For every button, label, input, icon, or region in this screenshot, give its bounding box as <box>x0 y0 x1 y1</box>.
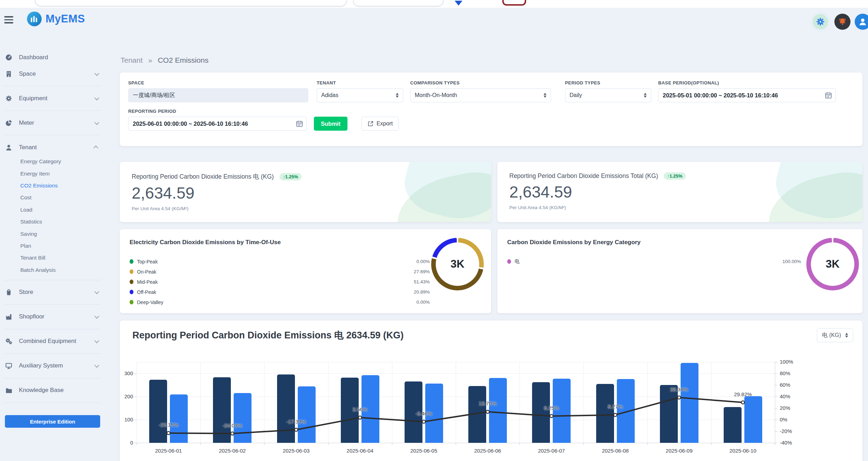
submit-button[interactable]: Submit <box>314 117 347 131</box>
gauge-icon <box>5 54 14 61</box>
factory-icon <box>5 313 14 321</box>
enterprise-edition-button[interactable]: Enterprise Edition <box>5 415 100 428</box>
legend-dot <box>130 280 133 284</box>
folder-icon <box>5 386 14 394</box>
app-logo[interactable]: MyEMS <box>27 11 85 27</box>
x-axis-label: 2025-06-04 <box>332 448 388 454</box>
sidebar-item-store[interactable]: Store <box>0 284 105 301</box>
sidebar-item-load[interactable]: Load <box>0 204 105 216</box>
bar-plot: 0100200300-40%-20%0%20%40%60%80%100%2025… <box>137 362 775 443</box>
legend-item-off-peak[interactable]: Off-Peak20.89% <box>130 287 430 297</box>
legend-item-[interactable]: 电100.00% <box>507 256 801 267</box>
base-period-label: BASE PERIOD(OPTIONAL) <box>658 80 836 85</box>
sidebar-divider <box>0 325 105 333</box>
kpi-change-badge: ↑1.25% <box>664 172 686 180</box>
sidebar-item-label: Equipment <box>19 95 95 102</box>
x-axis-label: 2025-06-10 <box>715 448 771 454</box>
person-icon <box>5 144 14 151</box>
sidebar-item-auxiliary-system[interactable]: Auxiliary System <box>0 358 105 374</box>
gear-icon <box>5 95 14 102</box>
notifications-button[interactable] <box>834 14 850 30</box>
axis-tick <box>392 443 392 445</box>
sidebar-item-plan[interactable]: Plan <box>0 240 105 252</box>
sidebar-item-tenant[interactable]: Tenant <box>0 139 105 156</box>
legend-item-mid-peak[interactable]: Mid-Peak51.43% <box>130 277 430 287</box>
category-donut-card: Carbon Dioxide Emissions by Energy Categ… <box>497 229 862 313</box>
legend-item-top-peak[interactable]: Top-Peak0.00% <box>130 256 430 267</box>
legend-percent: 0.00% <box>416 300 430 305</box>
axis-tick <box>775 431 777 432</box>
export-button[interactable]: Export <box>361 117 399 131</box>
legend-dot <box>130 269 133 274</box>
comparison-types-value: Month-On-Month <box>415 92 457 98</box>
bar-chart-card: Reporting Period Carbon Dioxide Emission… <box>120 321 862 461</box>
legend-item-on-peak[interactable]: On-Peak27.69% <box>130 267 430 277</box>
sidebar-item-space[interactable]: Space <box>0 66 105 82</box>
sidebar-divider <box>0 276 105 284</box>
breadcrumb-parent[interactable]: Tenant <box>120 56 143 64</box>
legend-label: Off-Peak <box>137 289 156 295</box>
legend-dot <box>130 300 133 304</box>
building-icon <box>5 70 14 78</box>
sidebar-item-dashboard[interactable]: Dashboard <box>0 49 105 66</box>
y-axis-right-label: 60% <box>780 382 790 388</box>
line-marker <box>231 432 234 435</box>
axis-tick <box>519 443 520 445</box>
sidebar-divider <box>0 301 105 309</box>
change-rate-label: -23.15% <box>146 422 191 428</box>
change-rate-label: 13.70% <box>465 400 510 406</box>
space-input[interactable] <box>128 88 308 102</box>
axis-tick <box>775 373 777 374</box>
calendar-icon[interactable] <box>825 91 832 101</box>
chevron-down-icon <box>94 289 99 294</box>
kpi-change-badge: ↑1.25% <box>280 173 302 180</box>
sidebar-item-energy-item[interactable]: Energy Item <box>0 167 105 179</box>
sidebar-item-statistics[interactable]: Statistics <box>0 216 105 228</box>
base-period-input[interactable] <box>658 88 836 102</box>
y-axis-right-label: 20% <box>780 405 790 411</box>
legend-label: On-Peak <box>137 269 156 275</box>
export-button-label: Export <box>377 121 393 127</box>
legend-label: Deep-Valley <box>137 300 163 305</box>
axis-tick <box>775 385 777 385</box>
sidebar-item-combined-equipment[interactable]: Combined Equipment <box>0 333 105 350</box>
tenant-select-value: Adidas <box>321 92 338 98</box>
sidebar-item-knowledge-base[interactable]: Knowledge Base <box>0 382 105 399</box>
axis-tick <box>200 443 201 445</box>
tou-donut-card: Electricity Carbon Dioxide Emissions by … <box>120 229 491 313</box>
sidebar-item-energy-category[interactable]: Energy Category <box>0 156 105 167</box>
sidebar-item-saving[interactable]: Saving <box>0 228 105 240</box>
breadcrumb: Tenant » CO2 Emissions <box>120 56 208 64</box>
legend-label: 电 <box>515 259 519 265</box>
sidebar-item-meter[interactable]: Meter <box>0 115 105 131</box>
select-carets-icon <box>845 333 848 338</box>
sidebar-item-label: Combined Equipment <box>19 338 95 345</box>
sidebar-item-batch-analysis[interactable]: Batch Analysis <box>0 264 105 276</box>
tenant-select[interactable]: Adidas <box>317 88 403 102</box>
kpi-title: Reporting Period Carbon Dioxide Emission… <box>132 172 274 181</box>
sidebar-divider <box>0 374 105 382</box>
legend-item-deep-valley[interactable]: Deep-Valley0.00% <box>130 297 430 307</box>
comparison-types-select[interactable]: Month-On-Month <box>410 88 551 102</box>
calendar-icon[interactable] <box>296 120 303 129</box>
sidebar-item-co2-emissions[interactable]: CO2 Emissions <box>0 180 105 192</box>
app-name: MyEMS <box>46 13 85 25</box>
reporting-period-input[interactable] <box>128 117 307 131</box>
unit-select[interactable]: 电 (KG) <box>817 328 853 342</box>
settings-button[interactable] <box>811 12 830 32</box>
period-types-select[interactable]: Daily <box>565 88 651 102</box>
hamburger-menu-icon[interactable] <box>4 16 14 25</box>
sidebar-item-equipment[interactable]: Equipment <box>0 90 105 106</box>
change-rate-label: -3.46% <box>401 411 447 417</box>
axis-tick <box>647 443 648 445</box>
chevron-down-icon <box>94 363 99 368</box>
sidebar-item-cost[interactable]: Cost <box>0 192 105 204</box>
sidebar-divider <box>0 399 105 407</box>
chevron-down-icon <box>94 120 99 125</box>
sidebar-item-shopfloor[interactable]: Shopfloor <box>0 309 105 325</box>
change-rate-label: 29.82% <box>720 391 766 397</box>
line-marker <box>486 410 489 413</box>
kpi-card-reporting-emissions: Reporting Period Carbon Dioxide Emission… <box>120 162 491 222</box>
avatar[interactable] <box>855 14 868 30</box>
sidebar-item-tenant-bill[interactable]: Tenant Bill <box>0 252 105 264</box>
